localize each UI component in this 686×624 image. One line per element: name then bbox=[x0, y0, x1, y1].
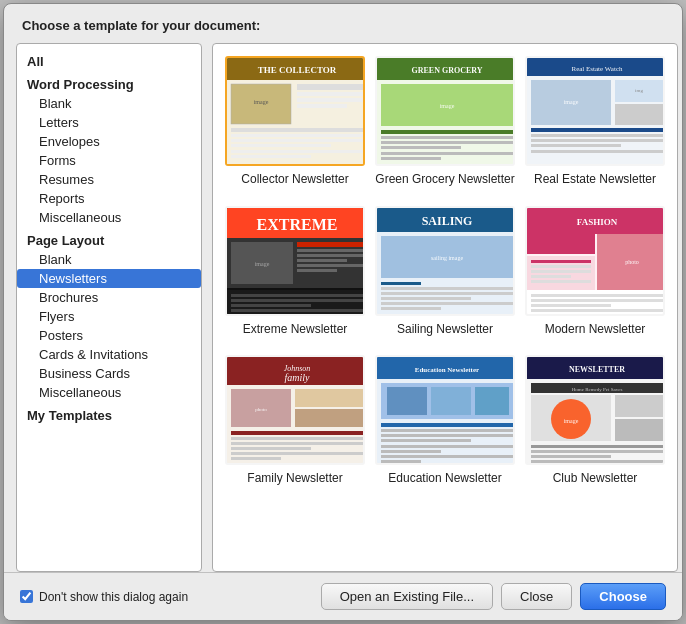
svg-rect-24 bbox=[381, 146, 461, 149]
svg-rect-122 bbox=[615, 395, 663, 417]
sidebar-item-reports[interactable]: Reports bbox=[17, 189, 201, 208]
svg-text:EXTREME: EXTREME bbox=[257, 216, 338, 233]
open-existing-button[interactable]: Open an Existing File... bbox=[321, 583, 493, 610]
svg-rect-96 bbox=[231, 447, 311, 450]
svg-rect-75 bbox=[531, 260, 591, 263]
svg-rect-93 bbox=[231, 431, 363, 435]
template-cell-collector[interactable]: THE COLLECTOR image Collector Newsletter bbox=[225, 56, 365, 188]
dialog-body: AllWord ProcessingBlankLettersEnvelopesF… bbox=[4, 43, 682, 572]
svg-rect-108 bbox=[381, 434, 513, 437]
svg-text:SAILING: SAILING bbox=[422, 214, 473, 228]
svg-text:sailing image: sailing image bbox=[431, 255, 463, 261]
sidebar-item-blank[interactable]: Blank bbox=[17, 94, 201, 113]
template-thumb-real-estate: Real Estate Watch image img bbox=[525, 56, 665, 166]
template-scroll[interactable]: THE COLLECTOR image Collector Newsletter… bbox=[212, 43, 678, 572]
sidebar-item-cards-invitations[interactable]: Cards & Invitations bbox=[17, 345, 201, 364]
svg-rect-50 bbox=[297, 264, 363, 267]
template-cell-sailing[interactable]: SAILING sailing image Sailing Newsletter bbox=[375, 206, 515, 338]
template-cell-johnson-family[interactable]: Johnson family photo Family Newsletter bbox=[225, 355, 365, 487]
svg-rect-112 bbox=[381, 455, 513, 458]
svg-rect-92 bbox=[295, 409, 363, 427]
svg-text:family: family bbox=[285, 372, 311, 383]
sidebar-item-posters[interactable]: Posters bbox=[17, 326, 201, 345]
svg-rect-39 bbox=[531, 150, 663, 153]
template-thumb-extreme: EXTREME image bbox=[225, 206, 365, 316]
template-cell-real-estate[interactable]: Real Estate Watch image img Real Estate … bbox=[525, 56, 665, 188]
svg-text:image: image bbox=[440, 103, 455, 109]
svg-rect-67 bbox=[381, 307, 441, 310]
sidebar-item-flyers[interactable]: Flyers bbox=[17, 307, 201, 326]
dont-show-label: Don't show this dialog again bbox=[39, 590, 188, 604]
svg-text:Education Newsletter: Education Newsletter bbox=[415, 366, 479, 374]
svg-rect-38 bbox=[531, 144, 621, 147]
svg-rect-65 bbox=[381, 297, 471, 300]
svg-rect-13 bbox=[231, 144, 331, 147]
svg-text:img: img bbox=[635, 88, 643, 93]
template-label-club: Club Newsletter bbox=[553, 471, 638, 487]
svg-rect-113 bbox=[381, 460, 421, 463]
template-area: THE COLLECTOR image Collector Newsletter… bbox=[212, 43, 678, 572]
svg-rect-111 bbox=[381, 450, 441, 453]
template-label-collector: Collector Newsletter bbox=[241, 172, 348, 188]
svg-rect-8 bbox=[297, 98, 363, 102]
sidebar[interactable]: AllWord ProcessingBlankLettersEnvelopesF… bbox=[16, 43, 202, 572]
template-thumb-collector: THE COLLECTOR image bbox=[225, 56, 365, 166]
close-button[interactable]: Close bbox=[501, 583, 572, 610]
template-label-modern: Modern Newsletter bbox=[545, 322, 646, 338]
sidebar-item-resumes[interactable]: Resumes bbox=[17, 170, 201, 189]
svg-rect-98 bbox=[231, 457, 281, 460]
footer-left: Don't show this dialog again bbox=[20, 590, 313, 604]
sidebar-item-forms[interactable]: Forms bbox=[17, 151, 201, 170]
svg-rect-51 bbox=[297, 269, 337, 272]
sidebar-item-miscellaneous-pl[interactable]: Miscellaneous bbox=[17, 383, 201, 402]
template-chooser-dialog: Choose a template for your document: All… bbox=[3, 3, 683, 621]
template-cell-green-grocery[interactable]: GREEN GROCERY image Green Grocery Newsle… bbox=[375, 56, 515, 188]
svg-rect-49 bbox=[297, 259, 347, 262]
svg-rect-124 bbox=[531, 445, 663, 448]
sidebar-item-blank-pl[interactable]: Blank bbox=[17, 250, 201, 269]
svg-rect-109 bbox=[381, 439, 471, 442]
svg-text:THE COLLECTOR: THE COLLECTOR bbox=[258, 65, 337, 75]
svg-rect-105 bbox=[475, 387, 509, 415]
sidebar-item-business-cards[interactable]: Business Cards bbox=[17, 364, 201, 383]
svg-rect-110 bbox=[381, 445, 513, 448]
choose-button[interactable]: Choose bbox=[580, 583, 666, 610]
template-cell-education[interactable]: Education Newsletter Education Newslette… bbox=[375, 355, 515, 487]
template-cell-club[interactable]: NEWSLETTER Home Remedy Pet Saves image C… bbox=[525, 355, 665, 487]
svg-rect-78 bbox=[531, 275, 571, 278]
sidebar-item-page-layout: Page Layout bbox=[17, 227, 201, 250]
sidebar-item-letters[interactable]: Letters bbox=[17, 113, 201, 132]
svg-rect-107 bbox=[381, 429, 513, 432]
sidebar-item-miscellaneous-wp[interactable]: Miscellaneous bbox=[17, 208, 201, 227]
template-cell-modern[interactable]: FASHION photo Modern Newsletter bbox=[525, 206, 665, 338]
sidebar-item-envelopes[interactable]: Envelopes bbox=[17, 132, 201, 151]
svg-rect-11 bbox=[231, 134, 363, 137]
svg-rect-52 bbox=[227, 290, 365, 316]
svg-rect-123 bbox=[615, 419, 663, 441]
template-label-extreme: Extreme Newsletter bbox=[243, 322, 348, 338]
svg-rect-21 bbox=[381, 130, 513, 134]
svg-rect-62 bbox=[381, 282, 421, 285]
svg-rect-35 bbox=[531, 128, 663, 132]
sidebar-item-my-templates: My Templates bbox=[17, 402, 201, 425]
svg-rect-47 bbox=[297, 249, 363, 252]
footer-buttons: Open an Existing File... Close Choose bbox=[321, 583, 666, 610]
dialog-footer: Don't show this dialog again Open an Exi… bbox=[4, 572, 682, 620]
svg-rect-79 bbox=[531, 280, 591, 283]
svg-text:photo: photo bbox=[625, 259, 639, 265]
dont-show-checkbox[interactable] bbox=[20, 590, 33, 603]
svg-rect-95 bbox=[231, 442, 363, 445]
template-label-johnson-family: Family Newsletter bbox=[247, 471, 342, 487]
sidebar-item-newsletters[interactable]: Newsletters bbox=[17, 269, 201, 288]
svg-text:image: image bbox=[564, 418, 579, 424]
svg-rect-73 bbox=[527, 234, 595, 254]
template-label-real-estate: Real Estate Newsletter bbox=[534, 172, 656, 188]
svg-rect-6 bbox=[297, 84, 363, 90]
template-cell-extreme[interactable]: EXTREME image Extreme Newsletter bbox=[225, 206, 365, 338]
svg-rect-36 bbox=[531, 134, 663, 137]
svg-rect-53 bbox=[231, 294, 363, 297]
svg-rect-106 bbox=[381, 423, 513, 427]
svg-rect-103 bbox=[387, 387, 427, 415]
sidebar-item-brochures[interactable]: Brochures bbox=[17, 288, 201, 307]
svg-rect-91 bbox=[295, 389, 363, 407]
